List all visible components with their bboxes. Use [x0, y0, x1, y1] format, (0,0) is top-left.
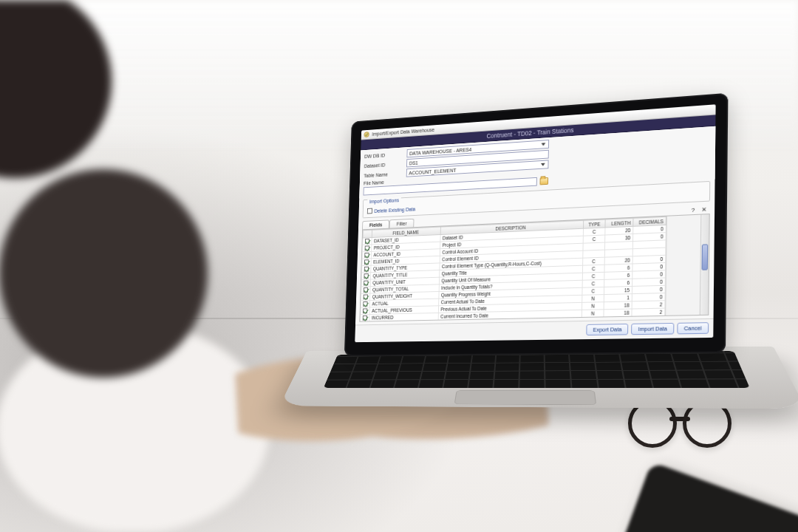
checkmark-icon	[363, 301, 367, 306]
app-icon	[364, 132, 369, 138]
checkmark-icon	[364, 252, 369, 257]
laptop: Import/Export Data Warehouse Contruent -…	[303, 91, 759, 463]
laptop-keyboard	[324, 351, 750, 388]
svg-point-0	[364, 132, 369, 137]
dataset-id-value: DS1	[409, 160, 418, 166]
smartphone-prop	[616, 462, 798, 532]
app-root: Import/Export Data Warehouse Contruent -…	[355, 104, 715, 342]
checkmark-icon	[363, 315, 367, 320]
checkmark-icon	[364, 273, 368, 279]
checkmark-icon	[364, 266, 369, 271]
row-checkbox[interactable]	[361, 307, 369, 315]
checkbox-icon	[367, 208, 372, 214]
row-checkbox[interactable]	[361, 293, 369, 301]
col-decimals[interactable]: DECIMALS	[633, 216, 666, 226]
cell-field-name: INCURRED	[369, 313, 438, 321]
checkmark-icon	[364, 287, 368, 293]
fields-grid: FIELD_NAME DESCRIPTION TYPE LENGTH DECIM…	[360, 216, 666, 321]
table-name-label: Table Name	[364, 171, 403, 178]
cell-type: N	[582, 295, 604, 303]
checkmark-icon	[364, 280, 368, 285]
dataset-id-label: Dataset ID	[364, 161, 404, 168]
delete-existing-label: Delete Existing Data	[374, 206, 415, 213]
chevron-down-icon	[540, 141, 547, 148]
row-checkbox[interactable]	[361, 300, 369, 307]
row-checkbox[interactable]	[362, 259, 371, 266]
laptop-screen-shell: Import/Export Data Warehouse Contruent -…	[344, 93, 729, 357]
dialog-footer: Export Data Import Data Cancel	[355, 318, 713, 342]
row-checkbox[interactable]	[361, 273, 370, 280]
checkmark-icon	[364, 294, 368, 299]
cell-type: N	[582, 302, 604, 310]
chevron-down-icon	[539, 161, 546, 168]
checkmark-icon	[363, 308, 367, 313]
cell-type: N	[582, 310, 604, 318]
dw-db-id-value: DATA WAREHOUSE - ARES4	[409, 147, 471, 156]
laptop-screen: Import/Export Data Warehouse Contruent -…	[355, 104, 715, 342]
dw-db-id-label: DW DB ID	[364, 151, 404, 159]
laptop-trackpad	[454, 390, 596, 405]
checkmark-icon	[365, 239, 369, 244]
table-name-value: ACCOUNT_ELEMENT	[409, 168, 456, 176]
row-checkbox[interactable]	[361, 314, 369, 321]
export-data-button[interactable]: Export Data	[587, 324, 629, 335]
cell-length: 18	[604, 309, 632, 317]
col-select[interactable]	[363, 230, 372, 238]
row-checkbox[interactable]	[361, 279, 370, 287]
row-checkbox[interactable]	[363, 238, 372, 245]
row-checkbox[interactable]	[362, 265, 371, 273]
import-data-button[interactable]: Import Data	[631, 323, 674, 335]
fields-grid-wrap: FIELD_NAME DESCRIPTION TYPE LENGTH DECIM…	[359, 214, 709, 322]
checkmark-icon	[365, 245, 369, 250]
import-options-legend: Import Options	[367, 197, 400, 204]
scene-root: Import/Export Data Warehouse Contruent -…	[0, 0, 798, 532]
col-type[interactable]: TYPE	[584, 219, 606, 228]
checkmark-icon	[364, 259, 369, 265]
cancel-button[interactable]: Cancel	[677, 322, 709, 334]
vertical-scrollbar[interactable]	[700, 214, 709, 315]
row-checkbox[interactable]	[361, 287, 370, 294]
col-length[interactable]: LENGTH	[605, 218, 633, 228]
close-icon[interactable]: ✕	[700, 205, 708, 214]
scrollbar-thumb[interactable]	[702, 245, 709, 270]
row-checkbox[interactable]	[362, 251, 371, 259]
row-checkbox[interactable]	[362, 245, 371, 252]
grid-right-gutter	[665, 214, 709, 316]
browse-folder-icon[interactable]	[539, 177, 548, 185]
help-icon[interactable]: ?	[689, 206, 697, 214]
